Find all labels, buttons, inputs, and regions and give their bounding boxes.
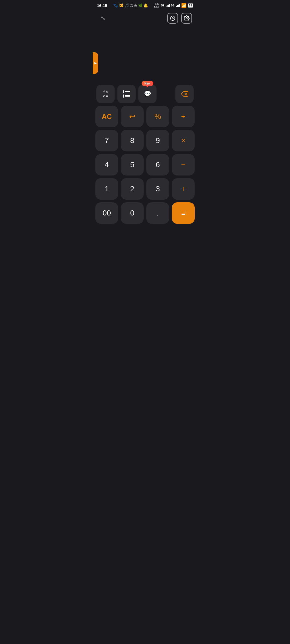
math-functions-button[interactable]: √ π e =: [96, 85, 115, 103]
label-8: 8: [130, 136, 135, 145]
ac-label: AC: [102, 112, 112, 121]
keypad-area: √ π e = New 💬: [93, 85, 197, 226]
button-00[interactable]: 00: [95, 202, 118, 224]
label-1: 1: [105, 185, 109, 193]
label-9: 9: [156, 136, 160, 145]
ac-button[interactable]: AC: [95, 106, 118, 127]
app-icon-5: 头: [134, 3, 137, 8]
subtract-label: −: [181, 160, 185, 169]
side-tab-arrow: ▶: [94, 61, 97, 65]
collapse-button[interactable]: ⤡: [98, 13, 108, 23]
new-badge: New: [142, 81, 153, 86]
button-8[interactable]: 8: [121, 130, 144, 151]
label-4: 4: [105, 160, 109, 169]
top-toolbar: ⤡: [93, 10, 197, 27]
subtract-button[interactable]: −: [172, 154, 195, 175]
add-label: +: [181, 185, 185, 193]
app-icon-4: 支: [130, 3, 133, 8]
add-button[interactable]: +: [172, 178, 195, 200]
svg-point-1: [186, 17, 187, 19]
label-0: 0: [130, 209, 135, 217]
backspace-button[interactable]: [175, 85, 194, 103]
gear-icon: [184, 15, 190, 21]
backspace-icon: [181, 91, 188, 97]
chat-button[interactable]: New 💬: [138, 85, 157, 103]
button-5[interactable]: 5: [121, 154, 144, 175]
label-2: 2: [130, 185, 135, 193]
app-icon-2: 🐱: [119, 3, 124, 8]
undo-button[interactable]: ↩: [121, 106, 144, 127]
button-6[interactable]: 6: [146, 154, 169, 175]
label-00: 00: [103, 209, 111, 217]
decimal-button[interactable]: .: [146, 202, 169, 224]
signal-strength-2: [176, 4, 180, 7]
button-1[interactable]: 1: [95, 178, 118, 200]
collapse-icon: ⤡: [100, 15, 105, 22]
toolbar-right: [167, 13, 192, 24]
multiply-button[interactable]: ×: [172, 130, 195, 151]
button-3[interactable]: 3: [146, 178, 169, 200]
settings-button[interactable]: [181, 13, 192, 24]
status-bar: 16:15 🐾 🐱 🎵 支 头 🌿 🔔 0.30 KB/s 5G 5G 📶: [93, 0, 197, 10]
label-6: 6: [156, 160, 160, 169]
undo-label: ↩: [129, 112, 135, 121]
button-7[interactable]: 7: [95, 130, 118, 151]
wifi-icon: 📶: [181, 3, 187, 8]
percent-button[interactable]: %: [146, 106, 169, 127]
signal-strength-1: [166, 4, 170, 7]
button-4[interactable]: 4: [95, 154, 118, 175]
equals-button[interactable]: ≡: [172, 202, 195, 224]
button-9[interactable]: 9: [146, 130, 169, 151]
divide-button[interactable]: ÷: [172, 106, 195, 127]
calc-grid: AC ↩ % ÷ 7 8 9 × 4 5 6: [95, 106, 195, 224]
equals-label: ≡: [181, 209, 185, 217]
label-3: 3: [156, 185, 160, 193]
history-button[interactable]: [167, 13, 178, 24]
divide-label: ÷: [181, 112, 185, 121]
button-0[interactable]: 0: [121, 202, 144, 224]
multiply-label: ×: [181, 136, 185, 145]
chat-icon: 💬: [144, 90, 151, 97]
function-row: √ π e = New 💬: [95, 85, 195, 103]
status-time: 16:15: [97, 3, 107, 8]
clock-icon: [170, 15, 176, 21]
percent-label: %: [154, 112, 161, 121]
math-symbol: √ π e =: [103, 90, 108, 98]
label-5: 5: [130, 160, 135, 169]
signal-5g-2: 5G: [171, 4, 175, 7]
app-icon-3: 🎵: [125, 3, 129, 8]
app-icon-6: 🌿: [138, 3, 142, 7]
side-panel-tab[interactable]: ▶: [93, 52, 98, 74]
signal-5g-1: 5G: [161, 4, 164, 7]
app-icon-1: 🐾: [113, 3, 118, 8]
notification-bell: 🔔: [143, 3, 148, 8]
battery-indicator: 56: [188, 3, 193, 8]
grid-icon: [123, 90, 130, 98]
button-2[interactable]: 2: [121, 178, 144, 200]
label-7: 7: [105, 136, 109, 145]
grid-view-button[interactable]: [117, 85, 136, 103]
decimal-label: .: [157, 209, 159, 217]
network-speed: 0.30 KB/s: [154, 2, 159, 8]
